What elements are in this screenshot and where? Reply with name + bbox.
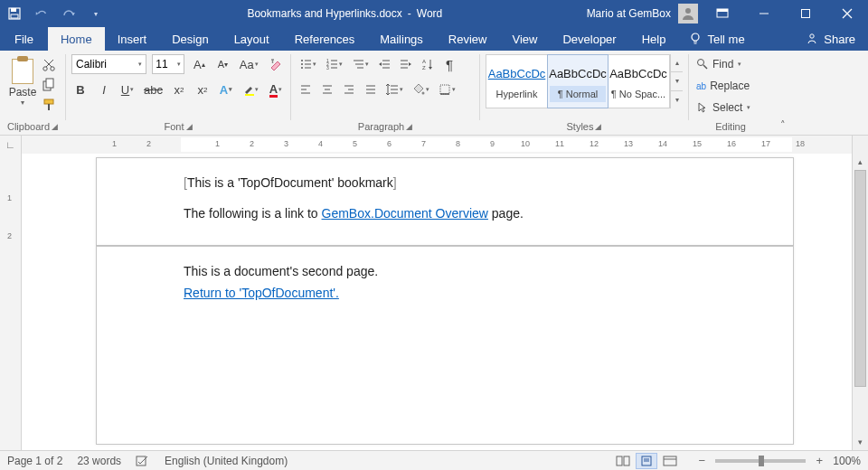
tab-review[interactable]: Review xyxy=(436,27,500,51)
underline-button[interactable]: U▾ xyxy=(118,80,137,99)
font-size-combo[interactable]: 11▾ xyxy=(152,54,184,74)
zoom-in-button[interactable]: + xyxy=(813,455,826,467)
style-no-spacing[interactable]: AaBbCcDc ¶ No Spac... xyxy=(608,55,669,108)
vertical-scrollbar[interactable]: ▴ ▾ xyxy=(852,154,868,450)
status-proofing-icon[interactable] xyxy=(136,455,150,467)
tab-help[interactable]: Help xyxy=(629,27,679,51)
minimize-button[interactable] xyxy=(743,0,785,27)
tab-mailings[interactable]: Mailings xyxy=(367,27,436,51)
web-layout-button[interactable] xyxy=(659,453,681,469)
document-canvas[interactable]: This is a 'TopOfDocument' bookmark The f… xyxy=(22,154,852,450)
shading-button[interactable]: ▾ xyxy=(410,80,432,99)
hyperlink-return-top[interactable]: Return to 'TopOfDocument'. xyxy=(184,286,339,300)
font-name-combo[interactable]: Calibri▾ xyxy=(71,54,146,74)
change-case-button[interactable]: Aa▾ xyxy=(237,54,260,74)
align-left-button[interactable] xyxy=(297,80,315,99)
bookmark-text[interactable]: This is a 'TopOfDocument' bookmark xyxy=(184,175,397,190)
vertical-ruler[interactable]: 1 2 xyxy=(0,154,22,450)
hyperlink-gembox-overview[interactable]: GemBox.Document Overview xyxy=(322,206,488,221)
zoom-out-button[interactable]: − xyxy=(695,455,708,467)
bold-button[interactable]: B xyxy=(71,80,90,99)
horizontal-ruler[interactable]: 1 2 1 2 3 4 5 6 7 8 9 10 11 12 13 14 15 … xyxy=(22,136,852,154)
close-button[interactable] xyxy=(826,0,868,27)
tab-design[interactable]: Design xyxy=(159,27,221,51)
tab-developer[interactable]: Developer xyxy=(550,27,628,51)
status-page[interactable]: Page 1 of 2 xyxy=(7,455,62,467)
align-center-button[interactable] xyxy=(318,80,336,99)
undo-button[interactable] xyxy=(34,6,49,21)
styles-dialog-launcher[interactable]: ◢ xyxy=(595,122,601,131)
select-button[interactable]: Select▾ xyxy=(694,98,767,118)
status-language[interactable]: English (United Kingdom) xyxy=(165,455,288,467)
tab-layout[interactable]: Layout xyxy=(222,27,282,51)
tab-file[interactable]: File xyxy=(0,27,48,51)
share-button[interactable]: Share xyxy=(793,27,868,51)
clear-formatting-button[interactable] xyxy=(266,54,285,74)
strikethrough-button[interactable]: abc xyxy=(142,80,165,99)
bullets-button[interactable]: ▾ xyxy=(297,54,319,74)
font-dialog-launcher[interactable]: ◢ xyxy=(186,122,193,131)
zoom-slider[interactable] xyxy=(715,459,806,463)
style-hyperlink[interactable]: AaBbCcDc Hyperlink xyxy=(486,55,548,108)
tell-me-search[interactable]: Tell me xyxy=(678,27,755,51)
grow-font-button[interactable]: A▴ xyxy=(190,54,208,74)
print-layout-button[interactable] xyxy=(636,453,657,469)
user-block[interactable]: Mario at GemBox xyxy=(587,4,702,24)
scroll-thumb[interactable] xyxy=(854,170,866,387)
paste-dropdown-icon[interactable]: ▾ xyxy=(21,99,24,107)
copy-button[interactable] xyxy=(42,78,56,92)
redo-button[interactable] xyxy=(61,6,76,21)
tab-insert[interactable]: Insert xyxy=(105,27,160,51)
format-painter-button[interactable] xyxy=(42,98,56,112)
maximize-button[interactable] xyxy=(785,0,826,27)
justify-button[interactable] xyxy=(362,80,380,99)
paste-button[interactable]: Paste ▾ xyxy=(5,54,40,119)
replace-button[interactable]: ab Replace xyxy=(694,76,767,96)
text-effects-button[interactable]: A▾ xyxy=(217,80,235,99)
align-right-button[interactable] xyxy=(340,80,358,99)
scroll-down-button[interactable]: ▾ xyxy=(853,434,868,450)
status-word-count[interactable]: 23 words xyxy=(77,455,121,467)
italic-button[interactable]: I xyxy=(95,80,113,99)
read-mode-button[interactable] xyxy=(612,453,634,469)
gallery-scroll-down[interactable]: ▾ xyxy=(671,72,683,90)
tab-selector[interactable]: ∟ xyxy=(0,136,22,154)
show-paragraph-marks-button[interactable]: ¶ xyxy=(440,54,458,74)
body-text[interactable]: page. xyxy=(488,206,524,221)
cut-button[interactable] xyxy=(42,58,56,72)
paragraph-dialog-launcher[interactable]: ◢ xyxy=(406,122,412,131)
tab-home[interactable]: Home xyxy=(48,27,105,51)
superscript-button[interactable]: x2 xyxy=(193,80,212,99)
ribbon-display-options-button[interactable] xyxy=(702,0,743,27)
save-button[interactable] xyxy=(7,6,22,21)
svg-line-17 xyxy=(44,60,52,67)
font-color-button[interactable]: A▾ xyxy=(267,80,285,99)
increase-indent-button[interactable] xyxy=(397,54,415,74)
tab-view[interactable]: View xyxy=(499,27,550,51)
body-text[interactable]: The following is a link to xyxy=(184,206,322,221)
zoom-value[interactable]: 100% xyxy=(833,455,861,467)
decrease-indent-button[interactable] xyxy=(375,54,393,74)
svg-point-25 xyxy=(301,63,303,65)
body-text[interactable]: This is a document's second page. xyxy=(184,261,777,283)
clipboard-dialog-launcher[interactable]: ◢ xyxy=(52,122,58,131)
collapse-ribbon-button[interactable]: ˄ xyxy=(772,51,794,135)
sort-button[interactable]: AZ xyxy=(419,54,437,74)
shrink-font-button[interactable]: A▾ xyxy=(213,54,231,74)
gallery-expand[interactable]: ▾ xyxy=(671,91,683,108)
highlight-button[interactable]: ▾ xyxy=(241,80,261,99)
svg-point-66 xyxy=(698,60,704,66)
borders-button[interactable]: ▾ xyxy=(436,80,458,99)
style-normal[interactable]: AaBbCcDc ¶ Normal xyxy=(547,54,609,108)
tab-references[interactable]: References xyxy=(282,27,367,51)
numbering-button[interactable]: 123▾ xyxy=(323,54,345,74)
qat-customize-button[interactable]: ▾ xyxy=(89,6,103,21)
user-avatar-icon[interactable] xyxy=(678,4,698,24)
style-name: ¶ Normal xyxy=(550,86,606,102)
line-spacing-button[interactable]: ▾ xyxy=(383,80,406,99)
multilevel-list-button[interactable]: ▾ xyxy=(349,54,372,74)
gallery-scroll-up[interactable]: ▴ xyxy=(671,54,683,72)
subscript-button[interactable]: x2 xyxy=(170,80,188,99)
scroll-up-button[interactable]: ▴ xyxy=(853,154,868,170)
find-button[interactable]: Find▾ xyxy=(694,54,767,74)
